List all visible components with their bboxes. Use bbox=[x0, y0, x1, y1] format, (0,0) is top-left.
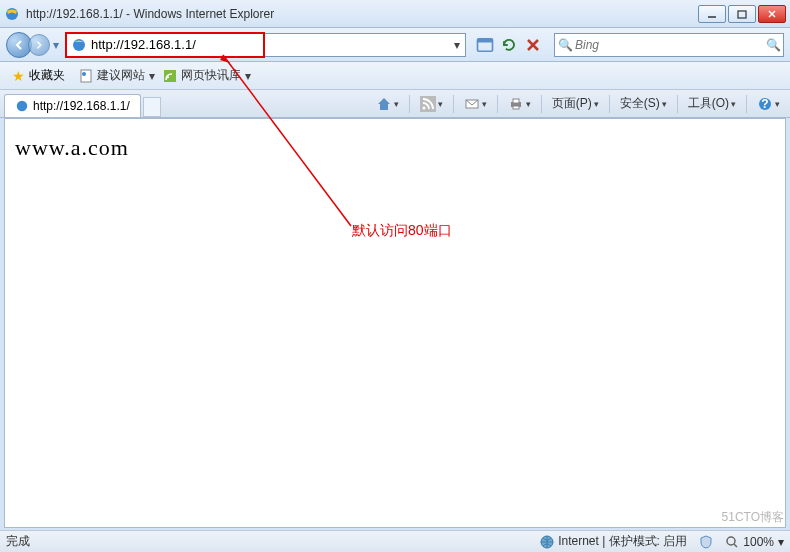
search-provider-icon[interactable]: 🔍 bbox=[555, 38, 575, 52]
separator bbox=[497, 95, 498, 113]
svg-rect-14 bbox=[420, 96, 436, 112]
separator bbox=[409, 95, 410, 113]
annotation-label: 默认访问80端口 bbox=[352, 222, 452, 240]
minimize-button[interactable] bbox=[698, 5, 726, 23]
svg-line-26 bbox=[734, 544, 737, 547]
svg-rect-7 bbox=[478, 38, 493, 42]
print-button[interactable]: ▾ bbox=[504, 94, 535, 114]
zoom-label: 100% bbox=[743, 535, 774, 549]
separator bbox=[677, 95, 678, 113]
svg-point-15 bbox=[422, 106, 425, 109]
svg-rect-2 bbox=[738, 11, 746, 18]
svg-rect-10 bbox=[81, 70, 91, 82]
address-input[interactable] bbox=[91, 35, 449, 55]
rss-icon bbox=[420, 96, 436, 112]
tab-bar: http://192.168.1.1/ ▾ ▾ ▾ ▾ 页面(P)▾ 安全(S)… bbox=[0, 90, 790, 118]
mail-button[interactable]: ▾ bbox=[460, 94, 491, 114]
web-slice-label: 网页快讯库 bbox=[181, 67, 241, 84]
feeds-button[interactable]: ▾ bbox=[416, 94, 447, 114]
print-icon bbox=[508, 96, 524, 112]
page-content: www.a.com bbox=[4, 118, 786, 528]
svg-text:?: ? bbox=[761, 97, 768, 111]
home-icon bbox=[376, 96, 392, 112]
tab-title: http://192.168.1.1/ bbox=[33, 99, 130, 113]
new-tab-button[interactable] bbox=[143, 97, 161, 117]
nav-history-dropdown[interactable]: ▾ bbox=[50, 38, 62, 52]
zoom-control[interactable]: 100% ▾ bbox=[725, 535, 784, 549]
tools-menu-label: 工具(O) bbox=[688, 95, 729, 112]
suggested-sites-link[interactable]: 建议网站 ▾ bbox=[79, 67, 155, 84]
safety-menu-label: 安全(S) bbox=[620, 95, 660, 112]
svg-point-11 bbox=[82, 72, 86, 76]
star-icon: ★ bbox=[12, 68, 25, 84]
svg-rect-18 bbox=[513, 99, 519, 103]
chevron-down-icon: ▾ bbox=[245, 69, 251, 83]
favorites-label: 收藏夹 bbox=[29, 67, 65, 84]
svg-point-13 bbox=[17, 101, 28, 112]
separator bbox=[746, 95, 747, 113]
webslice-icon bbox=[163, 69, 177, 83]
status-done: 完成 bbox=[6, 533, 30, 550]
browser-tab[interactable]: http://192.168.1.1/ bbox=[4, 94, 141, 117]
ie-icon bbox=[4, 6, 20, 22]
web-slice-link[interactable]: 网页快讯库 ▾ bbox=[163, 67, 251, 84]
page-menu-label: 页面(P) bbox=[552, 95, 592, 112]
help-icon: ? bbox=[757, 96, 773, 112]
stop-button[interactable] bbox=[522, 34, 544, 56]
chevron-down-icon: ▾ bbox=[778, 535, 784, 549]
chevron-down-icon: ▾ bbox=[149, 69, 155, 83]
separator bbox=[453, 95, 454, 113]
address-favicon bbox=[71, 37, 87, 53]
page-body-text: www.a.com bbox=[5, 119, 785, 177]
home-button[interactable]: ▾ bbox=[372, 94, 403, 114]
refresh-button[interactable] bbox=[498, 34, 520, 56]
tools-menu[interactable]: 工具(O)▾ bbox=[684, 93, 740, 114]
separator bbox=[541, 95, 542, 113]
globe-icon bbox=[540, 535, 554, 549]
shield-icon bbox=[699, 535, 713, 549]
safety-menu[interactable]: 安全(S)▾ bbox=[616, 93, 671, 114]
window-title: http://192.168.1.1/ - Windows Internet E… bbox=[26, 7, 698, 21]
suggested-sites-label: 建议网站 bbox=[97, 67, 145, 84]
separator bbox=[609, 95, 610, 113]
navigation-bar: ▾ ▾ 🔍 🔍 bbox=[0, 28, 790, 62]
page-menu[interactable]: 页面(P)▾ bbox=[548, 93, 603, 114]
status-protected-icon[interactable] bbox=[699, 535, 713, 549]
compat-view-button[interactable] bbox=[474, 34, 496, 56]
maximize-button[interactable] bbox=[728, 5, 756, 23]
tab-favicon bbox=[15, 99, 29, 113]
window-titlebar: http://192.168.1.1/ - Windows Internet E… bbox=[0, 0, 790, 28]
command-bar: ▾ ▾ ▾ ▾ 页面(P)▾ 安全(S)▾ 工具(O)▾ ?▾ bbox=[372, 93, 784, 114]
search-input[interactable] bbox=[575, 38, 763, 52]
search-box[interactable]: 🔍 🔍 bbox=[554, 33, 784, 57]
search-go-button[interactable]: 🔍 bbox=[763, 38, 783, 52]
favorites-button[interactable]: ★ 收藏夹 bbox=[6, 65, 71, 86]
address-bar[interactable]: ▾ bbox=[66, 33, 466, 57]
favorites-bar: ★ 收藏夹 建议网站 ▾ 网页快讯库 ▾ bbox=[0, 62, 790, 90]
svg-rect-12 bbox=[164, 70, 176, 82]
status-zone-label: Internet | 保护模式: 启用 bbox=[558, 533, 687, 550]
close-button[interactable] bbox=[758, 5, 786, 23]
status-bar: 完成 Internet | 保护模式: 启用 100% ▾ bbox=[0, 530, 790, 552]
mail-icon bbox=[464, 96, 480, 112]
watermark: 51CTO博客 bbox=[722, 509, 784, 526]
svg-rect-19 bbox=[513, 106, 519, 109]
status-zone[interactable]: Internet | 保护模式: 启用 bbox=[540, 533, 687, 550]
page-icon bbox=[79, 69, 93, 83]
svg-point-25 bbox=[727, 537, 735, 545]
address-dropdown[interactable]: ▾ bbox=[449, 38, 465, 52]
forward-button[interactable] bbox=[28, 34, 50, 56]
zoom-icon bbox=[725, 535, 739, 549]
help-button[interactable]: ?▾ bbox=[753, 94, 784, 114]
